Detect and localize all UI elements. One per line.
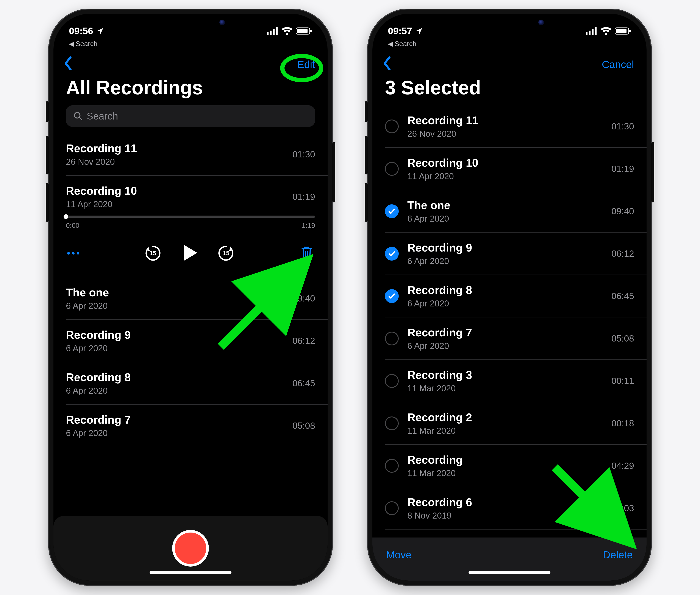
recording-title: The one [66,286,293,299]
recording-title: Recording 3 [407,368,612,381]
status-time: 09:57 [388,26,412,36]
recording-title: Recording 9 [407,241,612,254]
recording-duration: 01:19 [612,164,634,174]
svg-rect-14 [592,29,594,35]
recording-date: 6 Apr 2020 [66,301,293,311]
progress-bar[interactable] [66,216,315,218]
recording-title: Recording 7 [66,413,293,426]
recording-duration: 06:45 [293,378,315,389]
selection-circle[interactable] [385,247,399,261]
page-title: 3 Selected [372,75,647,105]
svg-rect-1 [267,32,269,35]
recording-date: 6 Apr 2020 [66,386,293,396]
svg-rect-7 [311,30,312,32]
selection-circle[interactable] [385,501,399,515]
list-item[interactable]: Recording 8 6 Apr 2020 06:45 [66,362,328,405]
svg-rect-17 [616,29,626,33]
player-controls: 0:00 –1:19 15 15 [66,216,328,277]
svg-rect-3 [273,29,275,35]
recording-duration: 06:45 [612,291,634,301]
status-time: 09:56 [69,26,93,36]
search-field[interactable]: Search [66,105,315,127]
cancel-button[interactable]: Cancel [602,59,634,70]
list-item[interactable]: Recording 7 6 Apr 2020 05:08 [385,317,647,360]
recording-title: Recording 8 [407,284,612,296]
back-button[interactable] [383,56,392,73]
svg-rect-15 [595,27,596,35]
cellular-icon [267,27,278,35]
recording-date: 6 Apr 2020 [407,299,612,308]
skip-forward-15-button[interactable]: 15 [217,244,235,262]
wifi-icon [281,27,293,35]
svg-rect-2 [270,31,272,35]
list-item[interactable]: Recording 10 11 Apr 2020 01:19 [385,148,647,190]
recording-title: Recording 9 [66,329,293,341]
recording-title: Recording 7 [407,326,612,339]
list-item[interactable]: Recording 11 Mar 2020 04:29 [385,445,647,487]
recordings-list[interactable]: Recording 11 26 Nov 2020 01:30 Recording… [53,133,328,516]
move-button[interactable]: Move [386,549,411,561]
nav-bar: Cancel [372,48,647,75]
location-icon [96,27,104,35]
list-item[interactable]: Recording 10 11 Apr 2020 01:19 [66,176,328,209]
list-item[interactable]: Recording 11 26 Nov 2020 01:30 [66,133,328,176]
edit-button[interactable]: Edit [297,59,315,70]
location-icon [415,27,423,35]
recording-duration: 01:03 [612,503,634,513]
list-item[interactable]: The one 6 Apr 2020 09:40 [385,190,647,233]
battery-icon [296,27,312,35]
selection-circle[interactable] [385,204,399,218]
recording-duration: 00:11 [612,376,634,386]
skip-seconds-label: 15 [144,244,162,262]
list-item[interactable]: Recording 3 11 Mar 2020 00:11 [385,360,647,402]
skip-back-15-button[interactable]: 15 [144,244,162,262]
recording-duration: 05:08 [293,421,315,431]
nav-bar: Edit [53,48,328,75]
selection-circle[interactable] [385,332,399,345]
skip-seconds-label: 15 [217,244,235,262]
recording-duration: 09:40 [293,293,315,304]
list-item[interactable]: Recording 9 6 Apr 2020 06:12 [66,320,328,362]
recording-date: 11 Apr 2020 [407,171,612,181]
recording-date: 11 Apr 2020 [66,199,293,209]
selection-circle[interactable] [385,374,399,388]
list-item[interactable]: Recording 11 26 Nov 2020 01:30 [385,105,647,148]
svg-rect-12 [586,32,588,35]
search-placeholder: Search [87,110,118,122]
recording-title: Recording 11 [66,142,293,155]
delete-button[interactable]: Delete [603,549,633,561]
list-item[interactable]: Recording 8 6 Apr 2020 06:45 [385,275,647,317]
recording-date: 11 Mar 2020 [407,469,612,478]
list-item[interactable]: Recording 9 6 Apr 2020 06:12 [385,233,647,275]
page-title: All Recordings [53,75,328,105]
record-button[interactable] [172,530,209,567]
back-button[interactable] [64,56,73,73]
recording-duration: 05:08 [612,333,634,344]
selection-circle[interactable] [385,417,399,430]
selection-circle[interactable] [385,162,399,176]
trash-button[interactable] [300,246,314,261]
recording-date: 26 Nov 2020 [66,157,293,167]
phone-right: 09:57 ◀ Search Cancel 3 Selected Recordi… [367,9,652,586]
recordings-list-edit[interactable]: Recording 11 26 Nov 2020 01:30 Recording… [372,105,647,538]
recording-duration: 06:12 [293,336,315,346]
more-options-button[interactable] [67,252,79,255]
selection-circle[interactable] [385,289,399,303]
play-button[interactable] [179,243,200,264]
recording-duration: 01:30 [612,121,634,132]
recording-date: 8 Nov 2019 [407,511,612,520]
list-item[interactable]: Recording 6 8 Nov 2019 01:03 [385,487,647,530]
battery-icon [615,27,631,35]
list-item[interactable]: Recording 2 11 Mar 2020 00:18 [385,402,647,445]
back-app-label: Search [395,40,416,48]
selection-circle[interactable] [385,459,399,473]
breadcrumb-back-search[interactable]: ◀ Search [372,39,647,48]
selection-circle[interactable] [385,119,399,133]
list-item[interactable]: The one 6 Apr 2020 09:40 [66,277,328,320]
time-remaining: –1:19 [298,222,315,230]
breadcrumb-back-search[interactable]: ◀ Search [53,39,328,48]
recording-title: Recording [407,453,612,466]
list-item[interactable]: Recording 7 6 Apr 2020 05:08 [66,405,328,447]
recording-date: 11 Mar 2020 [407,384,612,393]
edit-actions-footer: Move Delete [372,538,647,580]
